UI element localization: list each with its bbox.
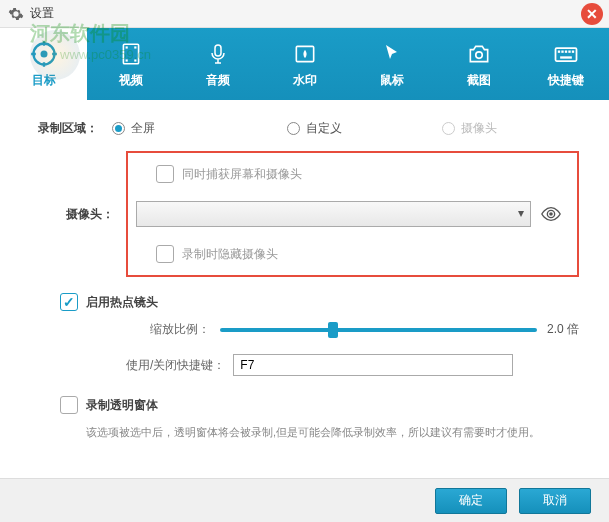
svg-rect-13 (564, 50, 566, 52)
camera-icon (465, 40, 493, 68)
hotkey-input[interactable] (233, 354, 513, 376)
svg-rect-16 (560, 56, 572, 58)
tab-target[interactable]: 目标 (0, 28, 87, 100)
window-title: 设置 (30, 5, 54, 22)
zoom-value: 2.0 倍 (547, 321, 579, 338)
titlebar: 设置 ✕ (0, 0, 609, 28)
radio-custom[interactable]: 自定义 (287, 120, 442, 137)
svg-rect-10 (555, 48, 576, 61)
close-icon: ✕ (586, 6, 598, 22)
svg-rect-3 (125, 46, 127, 48)
zoom-label: 缩放比例： (150, 321, 210, 338)
transparent-description: 该选项被选中后，透明窗体将会被录制,但是可能会降低录制效率，所以建议有需要时才使… (86, 424, 579, 441)
hotkey-label: 使用/关闭快捷键： (126, 357, 225, 374)
svg-rect-6 (134, 59, 136, 61)
record-area-label: 录制区域： (30, 120, 112, 137)
radio-camera: 摄像头 (442, 120, 497, 137)
checkbox-hide-camera[interactable] (156, 245, 174, 263)
checkbox-hotspot[interactable] (60, 293, 78, 311)
tab-watermark[interactable]: 水印 (261, 28, 348, 100)
watermark-icon (291, 40, 319, 68)
cursor-icon (378, 40, 406, 68)
svg-rect-12 (561, 50, 563, 52)
svg-rect-7 (215, 45, 221, 56)
highlight-box: 同时捕获屏幕和摄像头 摄像头： 录制时隐藏摄像头 (126, 151, 579, 277)
footer: 确定 取消 (0, 478, 609, 522)
checkbox-transparent[interactable] (60, 396, 78, 414)
checkbox-capture-both[interactable] (156, 165, 174, 183)
tab-screenshot[interactable]: 截图 (435, 28, 522, 100)
tab-hotkey[interactable]: 快捷键 (522, 28, 609, 100)
tab-audio[interactable]: 音频 (174, 28, 261, 100)
microphone-icon (204, 40, 232, 68)
tab-mouse[interactable]: 鼠标 (348, 28, 435, 100)
close-button[interactable]: ✕ (581, 3, 603, 25)
settings-icon (8, 6, 24, 22)
cancel-button[interactable]: 取消 (519, 488, 591, 514)
keyboard-icon (552, 40, 580, 68)
svg-rect-5 (125, 59, 127, 61)
svg-rect-15 (571, 50, 573, 52)
svg-point-1 (40, 50, 47, 57)
content-panel: 录制区域： 全屏 自定义 摄像头 同时捕获屏幕和摄像头 摄像头： 录制时隐藏摄像… (0, 100, 609, 501)
preview-eye-icon[interactable] (539, 202, 563, 226)
svg-rect-4 (134, 46, 136, 48)
svg-point-17 (549, 212, 553, 216)
ok-button[interactable]: 确定 (435, 488, 507, 514)
tab-video[interactable]: 视频 (87, 28, 174, 100)
zoom-slider[interactable] (220, 328, 537, 332)
svg-point-9 (475, 51, 482, 58)
target-icon (30, 40, 58, 68)
tab-bar: 目标 视频 音频 水印 鼠标 截图 快捷键 (0, 28, 609, 100)
camera-select[interactable] (136, 201, 531, 227)
svg-rect-11 (557, 50, 559, 52)
radio-fullscreen[interactable]: 全屏 (112, 120, 287, 137)
camera-label: 摄像头： (46, 206, 128, 223)
svg-rect-14 (568, 50, 570, 52)
slider-thumb[interactable] (328, 322, 338, 338)
video-icon (117, 40, 145, 68)
